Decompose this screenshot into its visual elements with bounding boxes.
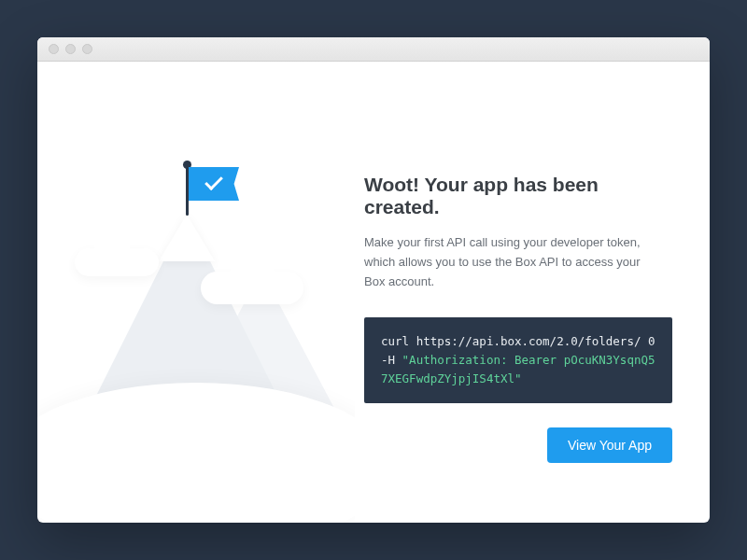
- flag-icon: [189, 167, 239, 201]
- app-window: Woot! Your app has been created. Make yo…: [37, 37, 710, 523]
- flag-pole-shape: [186, 164, 189, 216]
- button-row: View Your App: [364, 427, 672, 463]
- mountain-peak-shape: [159, 215, 215, 261]
- code-line: -H "Authorization: Bearer pOcuKN3YsqnQ57…: [381, 351, 655, 388]
- view-app-button[interactable]: View Your App: [547, 427, 672, 463]
- window-zoom-icon[interactable]: [82, 44, 92, 54]
- window-close-icon[interactable]: [49, 44, 59, 54]
- main-panel: Woot! Your app has been created. Make yo…: [355, 62, 710, 523]
- window-minimize-icon[interactable]: [65, 44, 76, 54]
- code-snippet[interactable]: curl https://api.box.com/2.0/folders/ 0 …: [364, 317, 672, 403]
- code-line: curl https://api.box.com/2.0/folders/ 0: [381, 332, 655, 351]
- cloud-shape: [75, 248, 159, 276]
- cloud-base-shape: [37, 383, 355, 523]
- content-area: Woot! Your app has been created. Make yo…: [37, 62, 710, 523]
- success-illustration: [37, 62, 355, 523]
- code-flag: -H: [381, 353, 402, 367]
- window-titlebar: [37, 37, 710, 62]
- page-title: Woot! Your app has been created.: [364, 174, 672, 218]
- cloud-shape: [201, 272, 303, 304]
- checkmark-icon: [204, 172, 223, 190]
- code-string: "Authorization: Bearer pOcuKN3YsqnQ57XEG…: [381, 353, 655, 385]
- page-subtext: Make your first API call using your deve…: [364, 233, 663, 291]
